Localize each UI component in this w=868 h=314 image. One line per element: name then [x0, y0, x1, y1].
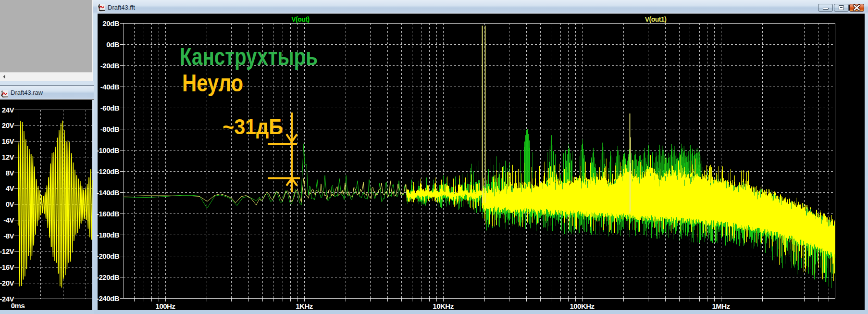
- svg-text:20dB: 20dB: [102, 19, 119, 27]
- svg-text:10KHz: 10KHz: [433, 302, 453, 310]
- svg-text:0V: 0V: [6, 200, 14, 208]
- svg-text:-80dB: -80dB: [100, 125, 120, 133]
- svg-text:-60dB: -60dB: [100, 104, 120, 112]
- svg-text:~31дБ: ~31дБ: [223, 114, 283, 139]
- svg-text:0ms: 0ms: [11, 301, 25, 310]
- svg-text:-200dB: -200dB: [97, 252, 120, 260]
- svg-text:-240dB: -240dB: [97, 294, 120, 302]
- svg-text:4V: 4V: [6, 184, 14, 192]
- svg-text:1MHz: 1MHz: [712, 302, 730, 310]
- svg-text:16V: 16V: [2, 137, 14, 145]
- svg-text:100Hz: 100Hz: [156, 302, 175, 310]
- svg-text:V(out): V(out): [291, 15, 309, 23]
- svg-text:-100dB: -100dB: [97, 146, 120, 154]
- svg-text:V(out1): V(out1): [645, 15, 667, 23]
- svg-text:-40dB: -40dB: [100, 83, 120, 91]
- svg-text:-16V: -16V: [0, 263, 14, 271]
- svg-text:-8V: -8V: [3, 232, 14, 240]
- svg-text:20V: 20V: [2, 121, 14, 129]
- svg-text:-160dB: -160dB: [97, 210, 120, 218]
- svg-text:24V: 24V: [2, 106, 14, 114]
- svg-text:0dB: 0dB: [106, 40, 120, 49]
- svg-text:12V: 12V: [2, 153, 14, 161]
- svg-text:Неуло: Неуло: [182, 70, 243, 97]
- svg-text:-20V: -20V: [0, 279, 14, 287]
- svg-text:8V: 8V: [6, 169, 14, 177]
- svg-text:Канструхтырь: Канструхтырь: [180, 43, 318, 70]
- svg-text:-120dB: -120dB: [97, 167, 120, 176]
- svg-text:100KHz: 100KHz: [570, 302, 594, 310]
- svg-text:-140dB: -140dB: [97, 188, 120, 197]
- svg-text:-20dB: -20dB: [100, 62, 120, 70]
- svg-text:-220dB: -220dB: [97, 273, 120, 281]
- svg-text:1KHz: 1KHz: [296, 302, 313, 310]
- svg-text:-12V: -12V: [0, 247, 14, 255]
- svg-text:-4V: -4V: [3, 216, 14, 224]
- svg-text:-180dB: -180dB: [97, 231, 120, 239]
